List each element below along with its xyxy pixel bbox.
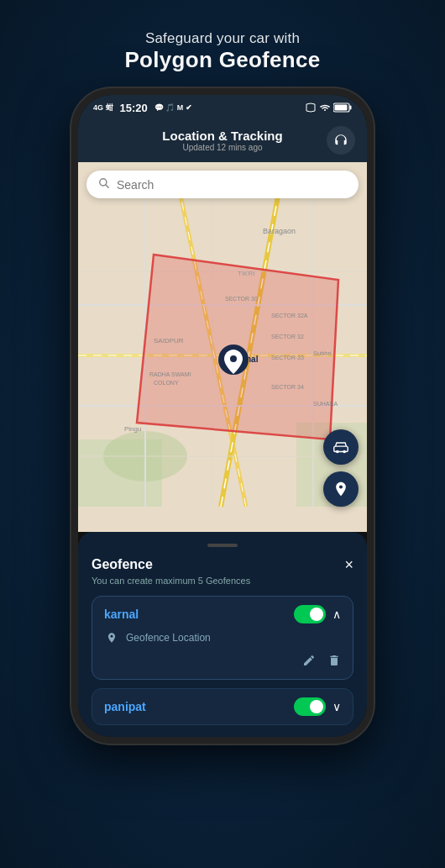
panel-subtitle: You can create maximum 5 Geofences [92, 576, 353, 586]
svg-rect-1 [350, 106, 352, 110]
geofence-item-karnal: karnal ∧ Geofence Location [92, 596, 353, 680]
geofence-name-panipat: panipat [104, 700, 146, 713]
status-center-icons: 💬 🎵 M ✔ [154, 103, 192, 112]
app-bar: Location & Tracking Updated 12 mins ago [78, 118, 367, 162]
header-subtitle: Safeguard your car with [124, 30, 320, 47]
geofence-controls-panipat: ∨ [294, 697, 341, 716]
geofence-toggle-panipat[interactable] [294, 697, 326, 716]
svg-text:SAIDPUR: SAIDPUR [154, 337, 184, 345]
svg-point-30 [230, 355, 237, 362]
headphone-icon [333, 133, 348, 148]
svg-text:SECTOR 33: SECTOR 33 [271, 355, 304, 360]
svg-rect-34 [334, 446, 348, 451]
location-label: Geofence Location [126, 632, 211, 644]
status-bar-left: 4G 蚶 15:20 💬 🎵 M ✔ [93, 102, 192, 114]
svg-text:TIKRI: TIKRI [238, 270, 254, 277]
svg-text:Subhri: Subhri [313, 350, 332, 357]
geofence-location-row: Geofence Location [104, 630, 341, 645]
geofence-toggle-karnal[interactable] [294, 605, 326, 623]
svg-text:SECTOR 32: SECTOR 32 [271, 334, 304, 339]
header-title: Polygon Geofence [124, 47, 320, 73]
svg-point-36 [343, 450, 346, 454]
svg-text:RADHA SWAMI: RADHA SWAMI [149, 371, 191, 377]
chevron-up-icon-karnal[interactable]: ∧ [332, 608, 341, 621]
svg-line-33 [106, 185, 109, 188]
panel-header: Geofence × [92, 557, 353, 572]
svg-text:nal: nal [246, 355, 259, 364]
geofence-panel: Geofence × You can create maximum 5 Geof… [78, 532, 367, 737]
search-input[interactable] [117, 178, 347, 192]
geofence-name-karnal: karnal [104, 608, 139, 621]
signal-icons: 4G 蚶 [93, 103, 113, 113]
svg-text:SECTOR 30: SECTOR 30 [225, 296, 258, 302]
location-icon [104, 630, 119, 645]
pin-icon [332, 481, 349, 497]
chevron-down-icon-panipat[interactable]: ∨ [332, 700, 341, 713]
headphone-button[interactable] [327, 126, 355, 155]
edit-icon-karnal[interactable] [302, 654, 316, 671]
svg-text:COLONY: COLONY [154, 380, 179, 386]
page-header: Safeguard your car with Polygon Geofence [99, 30, 345, 73]
phone-icon [305, 103, 317, 113]
panel-close-button[interactable]: × [344, 557, 353, 572]
svg-text:Baragaon: Baragaon [263, 227, 296, 235]
geofence-item-karnal-header: karnal ∧ [104, 605, 341, 623]
search-bar[interactable] [86, 171, 359, 198]
svg-text:Pingu: Pingu [124, 425, 141, 433]
svg-text:SECTOR 32A: SECTOR 32A [271, 313, 308, 318]
status-bar: 4G 蚶 15:20 💬 🎵 M ✔ [78, 95, 367, 118]
panel-handle [207, 544, 238, 547]
pin-location-button[interactable] [323, 471, 359, 507]
svg-point-35 [336, 450, 339, 454]
svg-text:SUHANA: SUHANA [313, 401, 338, 407]
app-bar-title-group: Location & Tracking Updated 12 mins ago [162, 129, 282, 152]
app-subtitle: Updated 12 mins ago [162, 143, 282, 152]
wifi-icon [319, 103, 331, 113]
svg-text:SECTOR 34: SECTOR 34 [271, 384, 304, 390]
panel-title: Geofence [92, 557, 153, 572]
battery-icon [333, 103, 352, 113]
geofence-item-panipat-header: panipat ∨ [104, 697, 341, 716]
geofence-controls-karnal: ∧ [294, 605, 341, 623]
svg-rect-2 [335, 105, 348, 111]
delete-icon-karnal[interactable] [327, 654, 341, 671]
svg-point-38 [111, 635, 113, 638]
search-icon [98, 177, 110, 192]
car-location-button[interactable] [323, 429, 359, 465]
geofence-item-panipat: panipat ∨ [92, 688, 353, 725]
map-area[interactable]: Baragaon TIKRI SECTOR 30 SECTOR 32A SECT… [78, 162, 367, 532]
car-icon [332, 438, 350, 456]
map-svg: Baragaon TIKRI SECTOR 30 SECTOR 32A SECT… [78, 162, 367, 532]
status-time: 15:20 [120, 102, 148, 114]
app-title: Location & Tracking [162, 129, 282, 143]
phone-frame: 4G 蚶 15:20 💬 🎵 M ✔ Location & Tracking [71, 88, 374, 744]
status-bar-right [305, 103, 352, 113]
svg-point-37 [339, 485, 343, 488]
geofence-actions-karnal [104, 654, 341, 671]
